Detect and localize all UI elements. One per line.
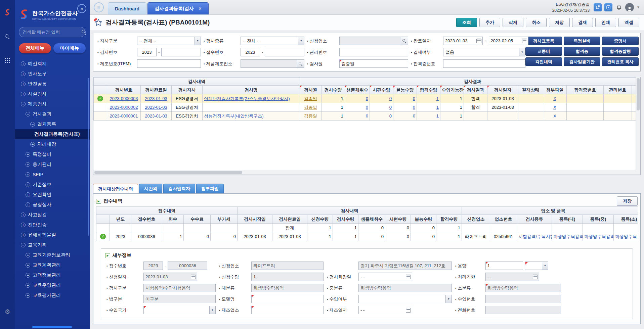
action-추가[interactable]: 추가 [479,18,500,27]
date-field[interactable] [358,306,412,314]
cell-link[interactable]: 김종일 [304,96,317,101]
expand-node-icon[interactable]: + [26,263,30,268]
action-합격증발행[interactable]: 합격증발행 [602,47,639,56]
hamburger-menu-icon[interactable]: ≡ [94,2,104,12]
action-교통비[interactable]: 교통비 [525,47,562,56]
cell-link[interactable]: 김종일 [304,113,317,119]
cell-link[interactable]: 0 [389,105,392,110]
sidebar-vertical-scrollbar[interactable] [88,78,89,236]
favorite-star-icon[interactable] [94,18,102,27]
date-field[interactable] [443,37,483,45]
text-input[interactable] [485,262,523,270]
sidebar-item-사고점검[interactable]: +사고점검 [15,210,90,220]
text-input[interactable] [485,295,561,303]
collapse-node-icon[interactable]: − [26,112,30,116]
cell-link[interactable]: 김종일 [304,105,317,110]
cell-link[interactable]: 1 [436,96,439,101]
all-menu-button[interactable]: 전체메뉴 [19,43,51,53]
text-input[interactable] [251,284,324,292]
cell-link[interactable]: 0 [366,105,368,110]
text-input[interactable] [359,306,406,314]
sidebar-item-인사노무[interactable]: +인사노무 [15,69,90,79]
user-avatar[interactable] [625,3,634,12]
text-input[interactable] [339,37,408,45]
date-field[interactable] [358,273,412,281]
expand-node-icon[interactable]: + [26,273,30,278]
text-input[interactable] [241,48,260,56]
action-삭제[interactable]: 삭제 [503,18,523,27]
action-조회[interactable]: 조회 [456,18,477,27]
tab-시간외[interactable]: 시간외 [139,184,162,193]
sidebar-item-교육기준정보관리[interactable]: +교육기준정보관리 [15,250,90,260]
action-각인내역[interactable]: 각인내역 [525,57,562,66]
search-icon[interactable] [3,33,11,41]
cell-link[interactable]: 2023-0000003 [110,96,138,101]
calendar-icon[interactable] [406,275,411,279]
sidebar-collapse-button[interactable]: « [77,4,86,13]
search-icon[interactable] [297,60,304,67]
sidebar-item-SEIP[interactable]: +SEIP [15,170,90,180]
chevron-down-icon[interactable]: ▼ [637,5,640,9]
action-엑셀[interactable]: 엑셀 [618,18,639,27]
expand-node-icon[interactable]: + [21,82,26,86]
date-field[interactable] [485,273,539,281]
expand-node-icon[interactable]: + [30,142,35,147]
dropdown[interactable]: ▼ [358,295,452,303]
expand-node-icon[interactable]: + [21,213,26,217]
sidebar-item-진단인증[interactable]: +진단인증 [15,220,90,230]
cell-link[interactable]: 2023-01-03 [145,113,167,119]
dropdown[interactable]: -- 전체 --▼ [241,37,304,45]
text-input[interactable] [251,273,324,281]
cell-link[interactable]: 0 [413,105,415,110]
kgs-logo-icon[interactable] [4,9,11,17]
my-menu-button[interactable]: 마이메뉴 [53,43,86,53]
sidebar-item-제품검사[interactable]: −제품검사 [15,99,90,109]
sidebar-item-처리대장[interactable]: +처리대장 [15,139,90,149]
table-row[interactable]: ✓202300000361002023-01-032023-01-0311000… [96,232,638,241]
sidebar-item-검사결과[interactable]: −검사결과 [15,109,90,119]
tab-검사입회자[interactable]: 검사입회자 [163,184,195,193]
open-window-icon[interactable] [594,3,602,11]
search-icon[interactable] [401,37,408,45]
close-icon[interactable]: × [199,6,202,12]
cell-link[interactable]: 0 [413,113,415,119]
cell-link[interactable]: 2023-0000002 [110,105,138,110]
text-input[interactable] [485,284,561,292]
date-field[interactable] [143,273,197,281]
text-input[interactable] [241,59,304,68]
text-input[interactable] [359,273,406,281]
action-결재[interactable]: 결재 [572,18,593,27]
sidebar-item-결과등록[interactable]: −결과등록 [15,119,90,129]
cell-link[interactable]: 2023-01-03 [145,105,167,110]
scrollbar-thumb[interactable] [637,78,640,110]
text-input[interactable] [443,37,476,45]
expand-node-icon[interactable]: + [26,253,30,257]
calendar-icon[interactable] [533,275,538,279]
action-합격증[interactable]: 합격증 [564,47,600,56]
action-검사표등록[interactable]: 검사표등록 [525,37,562,45]
cell-link[interactable]: 2023-01-03 [145,96,167,101]
text-input[interactable] [489,37,522,45]
text-input[interactable] [137,48,157,56]
sidebar-item-검사결과등록(검사표)[interactable]: 검사결과등록(검사표) [15,129,90,139]
action-인쇄[interactable]: 인쇄 [595,18,616,27]
cell-link[interactable]: X [553,96,556,101]
notification-bell-icon[interactable] [615,4,622,11]
text-input[interactable] [143,295,216,303]
calendar-icon[interactable] [476,39,481,43]
tab-첨부파일[interactable]: 첨부파일 [196,184,224,193]
calendar-icon[interactable] [191,275,196,279]
text-input[interactable] [358,284,452,292]
text-input[interactable] [358,262,452,270]
cell-link[interactable]: 1 [436,113,439,119]
cell-link[interactable]: X [553,113,556,119]
cell-link[interactable]: 1 [436,105,439,110]
vertical-scrollbar[interactable] [636,77,640,170]
expand-node-icon[interactable]: + [21,223,26,227]
action-특정설비[interactable]: 특정설비 [564,37,600,45]
cell-link[interactable]: 0 [389,96,392,101]
table-row[interactable]: 2023-00000012023-01-03ESG경영처성능검정기록부(내압방폭… [94,112,636,121]
tab-Dashboard[interactable]: Dashboard [108,2,146,14]
cell-link[interactable]: 0 [366,96,368,101]
text-input[interactable] [143,262,163,270]
